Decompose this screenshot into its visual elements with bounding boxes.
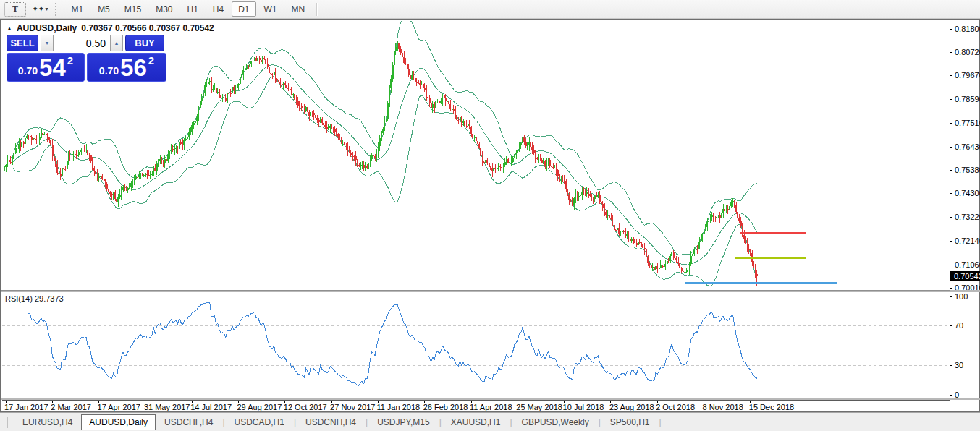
buy-price-panel[interactable]: 0.70 56 2 [87,53,166,82]
svg-text:8 Nov 2018: 8 Nov 2018 [703,403,743,411]
svg-text:0: 0 [955,391,959,398]
tab-audusd-daily[interactable]: AUDUSD,Daily [81,414,156,430]
volume-decrease-button[interactable]: ▼ [41,35,54,51]
svg-text:0.71060: 0.71060 [955,260,980,269]
svg-text:0.80720: 0.80720 [955,48,980,56]
svg-text:0.77510: 0.77510 [955,119,980,127]
tab-gbpusd-weekly[interactable]: GBPUSD,Weekly [513,415,598,430]
svg-text:12 Oct 2017: 12 Oct 2017 [284,403,327,411]
tab-divider: | [599,417,601,427]
svg-text:31 May 2017: 31 May 2017 [144,403,190,411]
tab-divider: | [510,417,512,427]
svg-text:2 Oct 2018: 2 Oct 2018 [656,403,695,411]
buy-price-digits: 56 [120,56,147,80]
timeframe-h4[interactable]: H4 [206,1,230,17]
tab-usdjpy-m15[interactable]: USDJPY,M15 [368,415,438,430]
tab-usdchf-h4[interactable]: USDCHF,H4 [156,415,221,430]
price-axis[interactable]: 0.818000.807200.796700.785900.775100.764… [950,21,980,398]
sell-button[interactable]: SELL [7,35,38,51]
sell-price-pipette: 2 [67,54,73,67]
timeframe-w1[interactable]: W1 [258,1,284,17]
toolbar-separator [316,3,317,16]
svg-text:0.72140: 0.72140 [955,236,980,245]
toolbar: T ✦✦ ▾ M1 M5 M15 M30 H1 H4 D1 W1 MN [0,0,980,19]
svg-text:10 Jul 2018: 10 Jul 2018 [563,403,604,411]
chart-symbol: AUDUSD,Daily [17,23,77,33]
cursor-tool-button[interactable]: ✦✦ ▾ [28,2,51,17]
svg-text:17 Jan 2017: 17 Jan 2017 [4,403,48,411]
svg-text:27 Nov 2017: 27 Nov 2017 [330,403,375,411]
sell-price-prefix: 0.70 [18,65,38,77]
svg-text:15 Dec 2018: 15 Dec 2018 [749,403,794,411]
chart-title: ▲ AUDUSD,Daily 0.70367 0.70566 0.70367 0… [7,23,214,33]
timeframe-h1[interactable]: H1 [180,1,204,17]
tab-eurusd-h4[interactable]: EURUSD,H4 [14,415,81,430]
tab-xauusd-h1[interactable]: XAUUSD,H1 [442,415,510,430]
svg-text:0.78590: 0.78590 [955,95,980,103]
svg-text:29 Aug 2017: 29 Aug 2017 [237,403,282,411]
timeframe-m15[interactable]: M15 [118,1,148,17]
chevron-down-icon[interactable]: ▾ [45,6,47,12]
svg-text:2 Mar 2017: 2 Mar 2017 [51,403,91,411]
svg-text:11 Apr 2018: 11 Apr 2018 [470,403,512,411]
chart-ohlc: 0.70367 0.70566 0.70367 0.70542 [81,23,214,33]
svg-text:0.75380: 0.75380 [955,166,980,174]
buy-price-pipette: 2 [148,54,154,67]
time-axis[interactable]: 17 Jan 20172 Mar 201717 Apr 201731 May 2… [2,400,950,412]
rsi-pane-canvas[interactable] [2,292,950,398]
buy-button[interactable]: BUY [125,35,164,51]
mt4-window: T ✦✦ ▾ M1 M5 M15 M30 H1 H4 D1 W1 MN ▲ AU… [0,0,980,431]
tab-usdcnh-h4[interactable]: USDCNH,H4 [297,415,365,430]
chart-window: ▲ AUDUSD,Daily 0.70367 0.70566 0.70367 0… [0,19,980,412]
svg-text:17 Apr 2017: 17 Apr 2017 [98,403,140,411]
svg-text:0.70542: 0.70542 [954,272,980,281]
tab-divider: | [439,417,442,427]
tab-divider: | [366,417,368,427]
oneclick-toggle-icon[interactable]: ▲ [7,25,12,32]
svg-text:26 Feb 2018: 26 Feb 2018 [423,403,468,411]
svg-text:0.81800: 0.81800 [955,25,980,33]
timeframe-mn[interactable]: MN [285,1,312,17]
timeframe-m1[interactable]: M1 [64,1,90,17]
svg-text:14 Jul 2017: 14 Jul 2017 [190,403,232,411]
buy-price-prefix: 0.70 [99,65,119,77]
svg-text:0.73220: 0.73220 [955,213,980,221]
tab-divider: | [294,417,296,427]
tab-divider: | [659,417,662,427]
volume-increase-button[interactable]: ▲ [110,35,123,51]
svg-text:0.79670: 0.79670 [955,71,980,80]
timeframe-d1[interactable]: D1 [232,1,255,17]
svg-text:11 Jan 2018: 11 Jan 2018 [376,403,420,411]
tab-sp500-h1[interactable]: SP500,H1 [601,415,659,430]
text-tool-button[interactable]: T [4,2,26,17]
toolbar-drag-handle[interactable] [55,3,61,16]
one-click-trading-widget: SELL ▼ 0.50 ▲ BUY 0.70 54 2 0.70 56 2 [7,35,167,82]
tab-divider: | [222,417,224,427]
chart-tabbar: EURUSD,H4 AUDUSD,Daily USDCHF,H4 | USDCA… [0,412,980,431]
svg-text:0.74300: 0.74300 [955,189,980,197]
svg-text:70: 70 [955,321,963,330]
sell-price-panel[interactable]: 0.70 54 2 [7,53,85,82]
timeframe-m30[interactable]: M30 [149,1,179,17]
tab-usdcad-h1[interactable]: USDCAD,H1 [226,415,293,430]
svg-text:0.76430: 0.76430 [955,142,980,151]
volume-input[interactable]: 0.50 [54,35,110,51]
svg-text:23 Aug 2018: 23 Aug 2018 [609,403,654,411]
timeframe-m5[interactable]: M5 [91,1,117,17]
rsi-indicator-label: RSI(14) 29.7373 [5,294,64,303]
sell-price-digits: 54 [39,56,66,80]
svg-text:100: 100 [955,292,968,301]
svg-text:30: 30 [955,361,963,370]
tabbar-scroll-edge [0,417,8,428]
cursor-tool-icon: ✦✦ [32,4,43,14]
svg-text:25 May 2018: 25 May 2018 [516,403,562,411]
